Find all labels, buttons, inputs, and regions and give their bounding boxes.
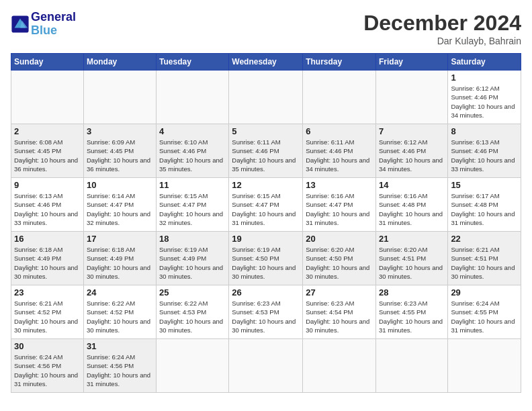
calendar-cell: 14Sunrise: 6:16 AMSunset: 4:48 PMDayligh… <box>375 178 447 232</box>
day-number: 21 <box>379 234 445 244</box>
calendar-cell: 31Sunrise: 6:24 AMSunset: 4:56 PMDayligh… <box>83 339 156 393</box>
calendar-cell: 5Sunrise: 6:11 AMSunset: 4:46 PMDaylight… <box>229 124 303 178</box>
day-info: Sunrise: 6:08 AMSunset: 4:45 PMDaylight:… <box>14 138 81 173</box>
col-saturday: Saturday <box>448 54 521 71</box>
calendar-cell: 29Sunrise: 6:24 AMSunset: 4:55 PMDayligh… <box>448 285 521 339</box>
day-number: 24 <box>87 287 153 298</box>
calendar-cell: 15Sunrise: 6:17 AMSunset: 4:48 PMDayligh… <box>448 178 521 232</box>
calendar-cell: 30Sunrise: 6:24 AMSunset: 4:56 PMDayligh… <box>11 339 84 393</box>
day-info: Sunrise: 6:20 AMSunset: 4:50 PMDaylight:… <box>306 245 373 281</box>
day-number: 23 <box>14 287 81 298</box>
page-container: GeneralBlue December 2024 Dar Kulayb, Ba… <box>0 0 532 411</box>
col-monday: Monday <box>83 54 156 71</box>
day-info: Sunrise: 6:18 AMSunset: 4:49 PMDaylight:… <box>14 245 81 281</box>
day-number: 16 <box>14 234 81 244</box>
calendar-cell: 2Sunrise: 6:08 AMSunset: 4:45 PMDaylight… <box>11 124 84 178</box>
day-number: 15 <box>451 180 518 190</box>
calendar-cell: 25Sunrise: 6:22 AMSunset: 4:53 PMDayligh… <box>157 285 229 339</box>
calendar-row: 16Sunrise: 6:18 AMSunset: 4:49 PMDayligh… <box>11 232 521 285</box>
day-number: 20 <box>306 234 373 244</box>
day-info: Sunrise: 6:12 AMSunset: 4:46 PMDaylight:… <box>379 138 445 173</box>
day-number: 11 <box>159 180 226 190</box>
day-number: 8 <box>451 126 518 136</box>
day-number: 5 <box>232 126 300 136</box>
calendar-cell: 20Sunrise: 6:20 AMSunset: 4:50 PMDayligh… <box>303 232 376 285</box>
day-number: 29 <box>451 287 518 298</box>
calendar-cell <box>448 339 521 393</box>
page-header: GeneralBlue December 2024 Dar Kulayb, Ba… <box>11 11 521 46</box>
calendar-cell: 3Sunrise: 6:09 AMSunset: 4:45 PMDaylight… <box>83 124 156 178</box>
calendar-cell: 17Sunrise: 6:18 AMSunset: 4:49 PMDayligh… <box>83 232 156 285</box>
day-number: 14 <box>379 180 445 190</box>
day-number: 30 <box>14 341 81 351</box>
calendar-cell: 8Sunrise: 6:13 AMSunset: 4:46 PMDaylight… <box>448 124 521 178</box>
calendar-cell: 12Sunrise: 6:15 AMSunset: 4:47 PMDayligh… <box>229 178 303 232</box>
day-number: 19 <box>232 234 300 244</box>
day-number: 18 <box>159 234 226 244</box>
day-info: Sunrise: 6:11 AMSunset: 4:46 PMDaylight:… <box>232 138 300 173</box>
calendar-cell: 27Sunrise: 6:23 AMSunset: 4:54 PMDayligh… <box>303 285 376 339</box>
calendar-cell: 26Sunrise: 6:23 AMSunset: 4:53 PMDayligh… <box>229 285 303 339</box>
day-info: Sunrise: 6:13 AMSunset: 4:46 PMDaylight:… <box>451 138 518 173</box>
day-info: Sunrise: 6:24 AMSunset: 4:56 PMDaylight:… <box>87 353 153 388</box>
col-friday: Friday <box>375 54 447 71</box>
day-info: Sunrise: 6:19 AMSunset: 4:50 PMDaylight:… <box>232 245 300 281</box>
calendar-cell: 7Sunrise: 6:12 AMSunset: 4:46 PMDaylight… <box>375 124 447 178</box>
calendar-cell <box>375 71 447 124</box>
day-number: 13 <box>306 180 373 190</box>
day-info: Sunrise: 6:13 AMSunset: 4:46 PMDaylight:… <box>14 191 81 227</box>
day-info: Sunrise: 6:21 AMSunset: 4:52 PMDaylight:… <box>14 299 81 334</box>
calendar-cell <box>157 339 229 393</box>
day-number: 7 <box>379 126 445 136</box>
day-info: Sunrise: 6:16 AMSunset: 4:48 PMDaylight:… <box>379 191 445 227</box>
calendar-cell <box>229 339 303 393</box>
day-number: 22 <box>451 234 518 244</box>
day-number: 9 <box>14 180 81 190</box>
calendar-cell: 22Sunrise: 6:21 AMSunset: 4:51 PMDayligh… <box>448 232 521 285</box>
logo-icon <box>11 15 30 34</box>
calendar-cell <box>83 71 156 124</box>
day-info: Sunrise: 6:15 AMSunset: 4:47 PMDaylight:… <box>232 191 300 227</box>
calendar-row: 23Sunrise: 6:21 AMSunset: 4:52 PMDayligh… <box>11 285 521 339</box>
day-info: Sunrise: 6:14 AMSunset: 4:47 PMDaylight:… <box>87 191 153 227</box>
calendar-cell: 16Sunrise: 6:18 AMSunset: 4:49 PMDayligh… <box>11 232 84 285</box>
calendar-cell: 6Sunrise: 6:11 AMSunset: 4:46 PMDaylight… <box>303 124 376 178</box>
day-info: Sunrise: 6:15 AMSunset: 4:47 PMDaylight:… <box>159 191 226 227</box>
calendar-cell: 19Sunrise: 6:19 AMSunset: 4:50 PMDayligh… <box>229 232 303 285</box>
day-number: 17 <box>87 234 153 244</box>
logo: GeneralBlue <box>11 11 76 38</box>
day-info: Sunrise: 6:09 AMSunset: 4:45 PMDaylight:… <box>87 138 153 173</box>
day-info: Sunrise: 6:22 AMSunset: 4:53 PMDaylight:… <box>159 299 226 334</box>
col-sunday: Sunday <box>11 54 84 71</box>
day-info: Sunrise: 6:22 AMSunset: 4:52 PMDaylight:… <box>87 299 153 334</box>
day-info: Sunrise: 6:20 AMSunset: 4:51 PMDaylight:… <box>379 245 445 281</box>
day-info: Sunrise: 6:16 AMSunset: 4:47 PMDaylight:… <box>306 191 373 227</box>
logo-text: GeneralBlue <box>31 11 76 38</box>
day-number: 31 <box>87 341 153 351</box>
col-thursday: Thursday <box>303 54 376 71</box>
day-info: Sunrise: 6:24 AMSunset: 4:55 PMDaylight:… <box>451 299 518 334</box>
title-section: December 2024 Dar Kulayb, Bahrain <box>363 11 521 46</box>
calendar-cell <box>303 71 376 124</box>
day-number: 25 <box>159 287 226 298</box>
day-number: 2 <box>14 126 81 136</box>
day-number: 1 <box>451 73 518 83</box>
col-tuesday: Tuesday <box>157 54 229 71</box>
calendar-cell <box>11 71 84 124</box>
calendar-body: 1Sunrise: 6:12 AMSunset: 4:46 PMDaylight… <box>11 71 521 393</box>
day-info: Sunrise: 6:23 AMSunset: 4:54 PMDaylight:… <box>306 299 373 334</box>
calendar-cell: 11Sunrise: 6:15 AMSunset: 4:47 PMDayligh… <box>157 178 229 232</box>
col-wednesday: Wednesday <box>229 54 303 71</box>
month-title: December 2024 <box>363 11 521 36</box>
day-info: Sunrise: 6:12 AMSunset: 4:46 PMDaylight:… <box>451 84 518 120</box>
calendar-row: 1Sunrise: 6:12 AMSunset: 4:46 PMDaylight… <box>11 71 521 124</box>
day-info: Sunrise: 6:10 AMSunset: 4:46 PMDaylight:… <box>159 138 226 173</box>
calendar-cell: 21Sunrise: 6:20 AMSunset: 4:51 PMDayligh… <box>375 232 447 285</box>
day-info: Sunrise: 6:18 AMSunset: 4:49 PMDaylight:… <box>87 245 153 281</box>
day-number: 28 <box>379 287 445 298</box>
calendar-cell: 18Sunrise: 6:19 AMSunset: 4:49 PMDayligh… <box>157 232 229 285</box>
calendar-cell: 23Sunrise: 6:21 AMSunset: 4:52 PMDayligh… <box>11 285 84 339</box>
calendar-cell: 24Sunrise: 6:22 AMSunset: 4:52 PMDayligh… <box>83 285 156 339</box>
calendar-cell: 13Sunrise: 6:16 AMSunset: 4:47 PMDayligh… <box>303 178 376 232</box>
calendar-row: 2Sunrise: 6:08 AMSunset: 4:45 PMDaylight… <box>11 124 521 178</box>
